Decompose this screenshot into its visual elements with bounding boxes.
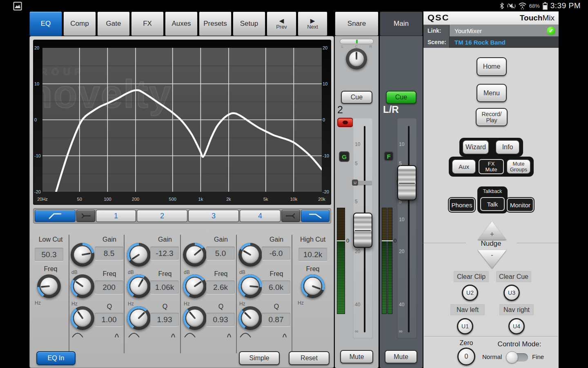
next-arrow-icon: ▶ <box>310 18 315 24</box>
band1-q-knob[interactable] <box>71 306 94 330</box>
reset-button[interactable]: Reset <box>289 351 330 365</box>
link-value: YourMixer <box>450 27 547 34</box>
band1-gain-knob[interactable] <box>71 243 94 267</box>
band4-gain-knob[interactable] <box>238 243 262 267</box>
tab-auxes[interactable]: Auxes <box>165 11 198 36</box>
fader-scale-label: 40 <box>355 302 360 307</box>
high-cut-button[interactable] <box>301 210 330 222</box>
band4-q-value: 0.87 <box>262 313 290 326</box>
phones-button[interactable]: Phones <box>449 198 475 212</box>
pan-slider[interactable] <box>340 39 374 44</box>
next-channel-button[interactable]: ▶ Next <box>298 11 327 36</box>
band-4-button[interactable]: 4 <box>240 210 281 222</box>
band2-gain-value: -12.3 <box>150 247 179 260</box>
user-button-u4[interactable]: U4 <box>508 318 525 334</box>
prev-channel-button[interactable]: ◀ Prev <box>267 11 296 36</box>
nudge-up-button[interactable]: + <box>478 221 506 240</box>
control-mode-toggle[interactable] <box>507 353 528 361</box>
bluetooth-icon <box>499 2 504 9</box>
divider <box>292 235 292 353</box>
wide-bell-icon <box>128 332 140 338</box>
tab-snare-channel[interactable]: Snare <box>335 11 379 36</box>
tab-comp[interactable]: Comp <box>63 11 96 36</box>
band4-q-knob[interactable] <box>238 306 262 330</box>
channel-fader-handle[interactable] <box>353 213 372 248</box>
scene-value: TM 16 Rock Band <box>450 39 559 46</box>
fader-scale-label: 5 <box>355 199 358 204</box>
home-button[interactable]: Home <box>477 57 507 76</box>
aux-button[interactable]: Aux <box>452 159 476 174</box>
low-shelf-button[interactable] <box>76 210 95 222</box>
pan-knob[interactable] <box>346 48 367 70</box>
mute-button-main[interactable]: Mute <box>385 350 417 364</box>
panel-header: QSC TouchMix <box>423 11 559 25</box>
high-cut-freq-knob[interactable] <box>301 274 325 298</box>
divider <box>69 235 69 353</box>
band4-freq-value: 6.0k <box>262 280 290 294</box>
band2-gain-knob[interactable] <box>127 243 151 267</box>
user-button-u1[interactable]: U1 <box>457 318 473 334</box>
info-button[interactable]: Info <box>495 140 520 155</box>
tab-gate[interactable]: Gate <box>97 11 130 36</box>
record-arm-button[interactable] <box>337 118 353 127</box>
nudge-down-button[interactable]: - <box>478 249 506 269</box>
fader-scale-label: 10 <box>355 141 360 147</box>
monitor-button[interactable]: Monitor <box>507 198 534 212</box>
band4-freq-knob[interactable] <box>238 274 262 298</box>
wizard-button[interactable]: Wizard <box>462 140 489 155</box>
band2-freq-knob[interactable] <box>127 274 151 298</box>
aux-fxmute-mutegroups-group: Aux FXMute MuteGroups <box>449 157 534 177</box>
freq-tick-label: 500 <box>169 197 176 202</box>
cue-button-main[interactable]: Cue <box>386 91 416 104</box>
prev-arrow-icon: ◀ <box>279 18 284 24</box>
narrow-bell-icon <box>170 332 176 338</box>
q-width-icons <box>71 332 120 338</box>
menu-button[interactable]: Menu <box>477 84 507 102</box>
main-fader-handle[interactable] <box>397 165 416 200</box>
user-button-u2[interactable]: U2 <box>462 285 478 301</box>
band-3-button[interactable]: 3 <box>188 210 239 222</box>
band3-q-knob[interactable] <box>183 306 207 330</box>
battery-icon <box>543 2 548 10</box>
q-width-icons <box>239 332 287 338</box>
status-bar: 68% 3:39 PM <box>0 0 588 11</box>
band2-q-knob[interactable] <box>127 306 151 330</box>
link-row: Link: YourMixer ✓ <box>423 25 559 36</box>
band3-freq-knob[interactable] <box>183 274 207 298</box>
low-cut-freq-knob[interactable] <box>37 274 61 298</box>
link-ok-icon: ✓ <box>547 27 555 35</box>
eq-in-button[interactable]: EQ In <box>36 351 76 365</box>
toggle-knob[interactable] <box>506 351 518 364</box>
band1-freq-knob[interactable] <box>71 274 94 298</box>
mute-button-snare[interactable]: Mute <box>340 350 373 364</box>
screenshot-notification-icon <box>13 2 22 11</box>
freq-tick-label: 100 <box>104 197 111 202</box>
tab-eq[interactable]: EQ <box>29 11 62 36</box>
record-play-button[interactable]: Record/Play <box>476 108 508 126</box>
talk-button[interactable]: Talk <box>480 197 505 211</box>
tab-presets[interactable]: Presets <box>199 11 232 36</box>
simple-button[interactable]: Simple <box>239 351 280 365</box>
db-tick-label: -20 <box>323 189 329 194</box>
product-name: TouchMix <box>520 13 555 22</box>
meter-zero-tick <box>382 240 393 241</box>
meter-bar-right <box>388 208 392 314</box>
touchmix-screen: 68% 3:39 PM EQ Comp Gate FX Auxes Preset… <box>0 0 588 368</box>
meter-bar-left <box>382 208 387 314</box>
band-2-button[interactable]: 2 <box>137 210 187 222</box>
normal-label: Normal <box>482 353 502 360</box>
wide-bell-icon <box>71 332 84 338</box>
tab-main[interactable]: Main <box>380 11 423 36</box>
band-1-button[interactable]: 1 <box>96 210 136 222</box>
zero-button[interactable]: 0 <box>457 348 475 366</box>
mute-groups-button[interactable]: MuteGroups <box>506 159 531 174</box>
cue-button-snare[interactable]: Cue <box>341 91 372 104</box>
nudge-label: Nudge <box>423 240 559 248</box>
high-shelf-button[interactable] <box>281 210 300 222</box>
tab-setup[interactable]: Setup <box>233 11 265 36</box>
user-button-u3[interactable]: U3 <box>503 285 520 301</box>
band3-gain-knob[interactable] <box>183 243 207 267</box>
tab-fx[interactable]: FX <box>131 11 164 36</box>
fx-mute-button-active[interactable]: FXMute <box>479 159 504 174</box>
low-cut-button[interactable] <box>35 210 76 222</box>
